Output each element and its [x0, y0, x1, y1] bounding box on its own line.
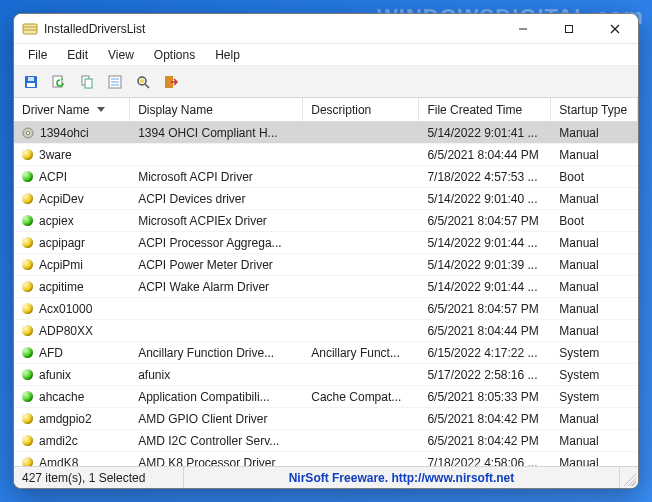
status-orb-icon	[22, 435, 33, 446]
table-row[interactable]: amdi2cAMD I2C Controller Serv...6/5/2021…	[14, 430, 638, 452]
table-row[interactable]: AcpiPmiACPI Power Meter Driver5/14/2022 …	[14, 254, 638, 276]
table-row[interactable]: amdgpio2AMD GPIO Client Driver6/5/2021 8…	[14, 408, 638, 430]
cell-driver-name: acpiex	[14, 214, 130, 228]
cell-display-name: Ancillary Function Drive...	[130, 346, 303, 360]
window-controls	[500, 14, 638, 43]
table-row[interactable]: ahcacheApplication Compatibili...Cache C…	[14, 386, 638, 408]
menu-view[interactable]: View	[98, 46, 144, 64]
minimize-button[interactable]	[500, 14, 546, 43]
driver-name-text: AmdK8	[39, 456, 78, 467]
app-icon	[22, 21, 38, 37]
maximize-button[interactable]	[546, 14, 592, 43]
status-orb-icon	[22, 391, 33, 402]
status-orb-icon	[22, 347, 33, 358]
exit-icon	[163, 74, 179, 90]
cell-display-name: 1394 OHCI Compliant H...	[130, 126, 303, 140]
table-row[interactable]: acpiexMicrosoft ACPIEx Driver6/5/2021 8:…	[14, 210, 638, 232]
table-row[interactable]: 1394ohci1394 OHCI Compliant H...5/14/202…	[14, 122, 638, 144]
status-orb-icon	[22, 457, 33, 466]
menu-file[interactable]: File	[18, 46, 57, 64]
cell-startup-type: Manual	[551, 324, 638, 338]
status-orb-icon	[22, 215, 33, 226]
cell-created-time: 6/5/2021 8:04:42 PM	[419, 412, 551, 426]
save-button[interactable]	[20, 71, 42, 93]
copy-button[interactable]	[76, 71, 98, 93]
table-row[interactable]: acpitimeACPI Wake Alarm Driver5/14/2022 …	[14, 276, 638, 298]
cell-created-time: 5/14/2022 9:01:44 ...	[419, 236, 551, 250]
table-row[interactable]: AmdK8AMD K8 Processor Driver7/18/2022 4:…	[14, 452, 638, 466]
table-row[interactable]: AFDAncillary Function Drive...Ancillary …	[14, 342, 638, 364]
col-startup-type[interactable]: Startup Type	[551, 98, 638, 121]
col-driver-name[interactable]: Driver Name	[14, 98, 130, 121]
cell-startup-type: System	[551, 346, 638, 360]
close-button[interactable]	[592, 14, 638, 43]
table-row[interactable]: AcpiDevACPI Devices driver5/14/2022 9:01…	[14, 188, 638, 210]
find-button[interactable]	[132, 71, 154, 93]
driver-name-text: ACPI	[39, 170, 67, 184]
cell-driver-name: acpipagr	[14, 236, 130, 250]
svg-rect-0	[23, 24, 37, 34]
cell-display-name: ACPI Power Meter Driver	[130, 258, 303, 272]
driver-name-text: 1394ohci	[40, 126, 89, 140]
menu-edit[interactable]: Edit	[57, 46, 98, 64]
cell-startup-type: Boot	[551, 170, 638, 184]
rows-container[interactable]: 1394ohci1394 OHCI Compliant H...5/14/202…	[14, 122, 638, 466]
cell-startup-type: Manual	[551, 192, 638, 206]
svg-line-18	[145, 84, 149, 88]
cell-display-name: Microsoft ACPI Driver	[130, 170, 303, 184]
cell-display-name: afunix	[130, 368, 303, 382]
app-window: InstalledDriversList File Edit View Opti…	[13, 13, 639, 489]
cell-driver-name: amdgpio2	[14, 412, 130, 426]
cell-startup-type: Boot	[551, 214, 638, 228]
table-row[interactable]: 3ware6/5/2021 8:04:44 PMManual	[14, 144, 638, 166]
svg-point-22	[26, 131, 29, 134]
column-headers: Driver Name Display Name Description Fil…	[14, 98, 638, 122]
status-vendor-link[interactable]: NirSoft Freeware. http://www.nirsoft.net	[184, 467, 620, 488]
status-orb-icon	[22, 369, 33, 380]
table-row[interactable]: Acx010006/5/2021 8:04:57 PMManual	[14, 298, 638, 320]
cell-startup-type: Manual	[551, 412, 638, 426]
cell-driver-name: AcpiPmi	[14, 258, 130, 272]
table-row[interactable]: acpipagrACPI Processor Aggrega...5/14/20…	[14, 232, 638, 254]
titlebar[interactable]: InstalledDriversList	[14, 14, 638, 44]
col-display-name[interactable]: Display Name	[130, 98, 303, 121]
driver-name-text: 3ware	[39, 148, 72, 162]
cell-driver-name: ahcache	[14, 390, 130, 404]
find-icon	[135, 74, 151, 90]
driver-name-text: amdi2c	[39, 434, 78, 448]
cell-description: Cache Compat...	[303, 390, 419, 404]
table-row[interactable]: ADP80XX6/5/2021 8:04:44 PMManual	[14, 320, 638, 342]
statusbar: 427 item(s), 1 Selected NirSoft Freeware…	[14, 466, 638, 488]
table-row[interactable]: afunixafunix5/17/2022 2:58:16 ...System	[14, 364, 638, 386]
cell-driver-name: ACPI	[14, 170, 130, 184]
col-description[interactable]: Description	[303, 98, 419, 121]
properties-button[interactable]	[104, 71, 126, 93]
cell-driver-name: 1394ohci	[14, 126, 130, 140]
cell-driver-name: Acx01000	[14, 302, 130, 316]
resize-grip[interactable]	[620, 470, 636, 486]
cell-driver-name: ADP80XX	[14, 324, 130, 338]
toolbar	[14, 66, 638, 98]
cell-display-name: ACPI Wake Alarm Driver	[130, 280, 303, 294]
status-orb-icon	[22, 193, 33, 204]
cell-created-time: 6/5/2021 8:04:57 PM	[419, 302, 551, 316]
cell-startup-type: Manual	[551, 236, 638, 250]
menu-help[interactable]: Help	[205, 46, 250, 64]
table-row[interactable]: ACPIMicrosoft ACPI Driver7/18/2022 4:57:…	[14, 166, 638, 188]
cell-created-time: 6/5/2021 8:04:44 PM	[419, 148, 551, 162]
cell-created-time: 5/14/2022 9:01:41 ...	[419, 126, 551, 140]
status-orb-icon	[22, 149, 33, 160]
refresh-button[interactable]	[48, 71, 70, 93]
menu-options[interactable]: Options	[144, 46, 205, 64]
cell-display-name: ACPI Processor Aggrega...	[130, 236, 303, 250]
svg-rect-9	[28, 77, 34, 81]
driver-listview: Driver Name Display Name Description Fil…	[14, 98, 638, 466]
col-file-created-time[interactable]: File Created Time	[419, 98, 551, 121]
menubar: File Edit View Options Help	[14, 44, 638, 66]
cell-startup-type: Manual	[551, 434, 638, 448]
cell-startup-type: System	[551, 368, 638, 382]
cell-created-time: 6/5/2021 8:05:33 PM	[419, 390, 551, 404]
status-count: 427 item(s), 1 Selected	[14, 467, 184, 488]
cell-created-time: 6/5/2021 8:04:42 PM	[419, 434, 551, 448]
exit-button[interactable]	[160, 71, 182, 93]
